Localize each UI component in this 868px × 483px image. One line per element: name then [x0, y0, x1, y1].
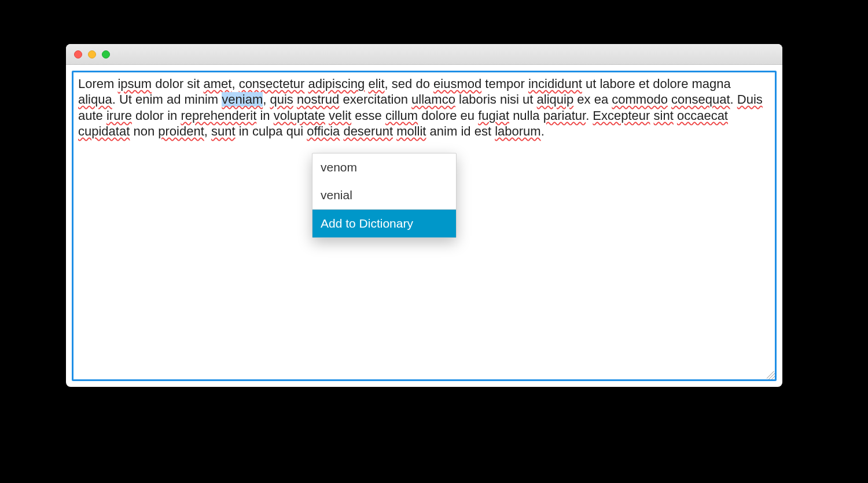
- word[interactable]: dolore: [421, 108, 457, 123]
- misspelled-word[interactable]: cupidatat: [78, 124, 130, 138]
- word[interactable]: sit: [187, 76, 200, 91]
- misspelled-word[interactable]: aliqua: [78, 92, 112, 107]
- misspelled-word[interactable]: nostrud: [297, 92, 339, 107]
- spell-suggestion[interactable]: venom: [312, 153, 456, 181]
- misspelled-word[interactable]: velit: [329, 108, 351, 123]
- misspelled-word[interactable]: pariatur: [543, 108, 586, 123]
- word[interactable]: ut: [586, 76, 596, 91]
- misspelled-word[interactable]: Duis: [737, 92, 763, 107]
- word[interactable]: laboris: [459, 92, 496, 107]
- misspelled-word[interactable]: voluptate: [274, 108, 325, 123]
- misspelled-word[interactable]: sint: [654, 108, 674, 123]
- titlebar[interactable]: [66, 44, 782, 65]
- misspelled-word[interactable]: occaecat: [677, 108, 728, 123]
- word[interactable]: Ut: [119, 92, 132, 107]
- word[interactable]: nisi: [500, 92, 519, 107]
- word[interactable]: ,: [263, 92, 270, 107]
- misspelled-word[interactable]: mollit: [396, 124, 426, 138]
- misspelled-word[interactable]: cillum: [385, 108, 418, 123]
- misspelled-word[interactable]: adipiscing: [308, 76, 365, 91]
- word[interactable]: sed: [392, 76, 412, 91]
- misspelled-word[interactable]: reprehenderit: [181, 108, 256, 123]
- word[interactable]: magna: [692, 76, 731, 91]
- word[interactable]: et: [639, 76, 649, 91]
- word[interactable]: esse: [355, 108, 381, 123]
- word[interactable]: in: [260, 108, 270, 123]
- word[interactable]: ea: [594, 92, 608, 107]
- misspelled-word[interactable]: laborum: [495, 124, 540, 138]
- misspelled-word[interactable]: incididunt: [528, 76, 582, 91]
- word[interactable]: exercitation: [343, 92, 408, 107]
- word[interactable]: est: [475, 124, 491, 138]
- resize-grip-icon[interactable]: [767, 371, 775, 379]
- spellcheck-context-menu: venomvenialAdd to Dictionary: [312, 153, 457, 238]
- misspelled-word[interactable]: deserunt: [343, 124, 393, 138]
- misspelled-word[interactable]: consectetur: [239, 76, 305, 91]
- misspelled-word[interactable]: elit: [368, 76, 384, 91]
- word[interactable]: .: [730, 92, 737, 107]
- word[interactable]: in: [167, 108, 177, 123]
- add-to-dictionary[interactable]: Add to Dictionary: [312, 210, 456, 237]
- word[interactable]: dolor: [135, 108, 164, 123]
- word[interactable]: eu: [461, 108, 475, 123]
- misspelled-word[interactable]: fugiat: [478, 108, 509, 123]
- misspelled-word[interactable]: Excepteur: [593, 108, 650, 123]
- zoom-icon[interactable]: [102, 50, 110, 58]
- misspelled-word[interactable]: consequat: [671, 92, 730, 107]
- selected-word[interactable]: veniam: [222, 92, 263, 107]
- word[interactable]: .: [541, 124, 545, 138]
- word[interactable]: dolore: [653, 76, 688, 91]
- word[interactable]: qui: [286, 124, 303, 138]
- word[interactable]: culpa: [252, 124, 283, 138]
- misspelled-word[interactable]: amet: [203, 76, 231, 91]
- misspelled-word[interactable]: eiusmod: [433, 76, 481, 91]
- word[interactable]: non: [133, 124, 155, 138]
- misspelled-word[interactable]: irure: [106, 108, 132, 123]
- word[interactable]: do: [415, 76, 429, 91]
- word[interactable]: ut: [523, 92, 533, 107]
- word[interactable]: Lorem: [78, 76, 114, 91]
- word[interactable]: labore: [599, 76, 635, 91]
- spell-suggestion[interactable]: venial: [312, 181, 456, 209]
- word[interactable]: ,: [385, 76, 392, 91]
- word[interactable]: anim: [430, 124, 458, 138]
- word[interactable]: ,: [231, 76, 238, 91]
- word[interactable]: .: [586, 108, 593, 123]
- misspelled-word[interactable]: sunt: [211, 124, 236, 138]
- word[interactable]: id: [461, 124, 470, 138]
- misspelled-word[interactable]: ipsum: [117, 76, 152, 91]
- misspelled-word[interactable]: quis: [270, 92, 293, 107]
- misspelled-word[interactable]: commodo: [612, 92, 668, 107]
- word[interactable]: nulla: [513, 108, 539, 123]
- word[interactable]: ad: [167, 92, 181, 107]
- misspelled-word[interactable]: ullamco: [411, 92, 455, 107]
- word[interactable]: aute: [78, 108, 103, 123]
- misspelled-word[interactable]: officia: [307, 124, 340, 138]
- word[interactable]: enim: [135, 92, 163, 107]
- word[interactable]: tempor: [485, 76, 524, 91]
- word[interactable]: in: [239, 124, 249, 138]
- word[interactable]: ,: [204, 124, 211, 138]
- app-window: Lorem ipsum dolor sit amet, consectetur …: [66, 44, 782, 387]
- misspelled-word[interactable]: aliquip: [537, 92, 574, 107]
- minimize-icon[interactable]: [88, 50, 96, 58]
- word[interactable]: minim: [185, 92, 219, 107]
- misspelled-word[interactable]: proident: [158, 124, 204, 138]
- word[interactable]: dolor: [155, 76, 183, 91]
- word[interactable]: ex: [577, 92, 590, 107]
- close-icon[interactable]: [74, 50, 82, 58]
- word[interactable]: .: [112, 92, 119, 107]
